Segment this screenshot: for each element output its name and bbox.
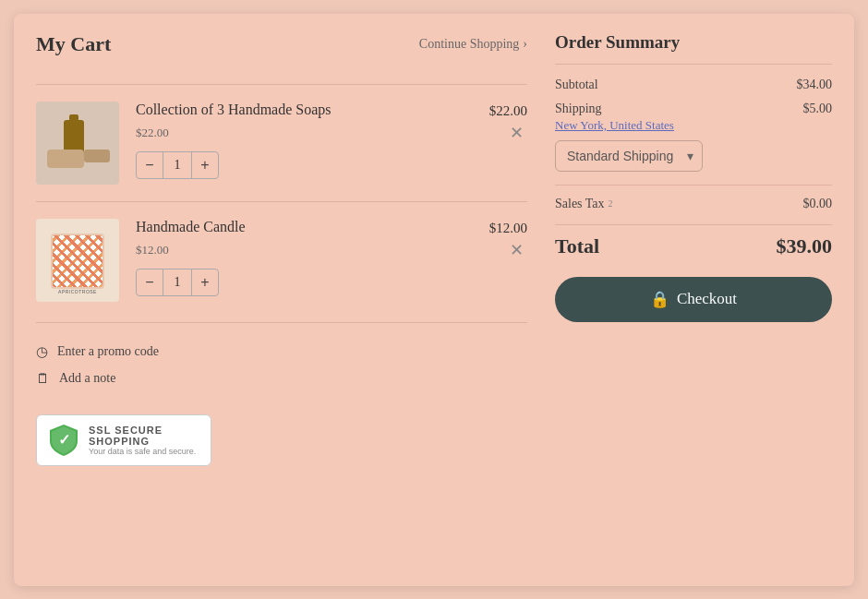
cart-title: My Cart xyxy=(36,32,111,56)
order-summary-title: Order Summary xyxy=(555,32,832,65)
shipping-label: Shipping xyxy=(555,102,602,116)
qty-control-candle: − 1 + xyxy=(136,269,219,296)
candle-pattern xyxy=(53,235,102,287)
cart-item-candle: APRICOTROSE Handmade Candle $12.00 − 1 +… xyxy=(36,201,527,318)
item-price-candle: $12.00 xyxy=(489,221,527,236)
item-right-candle: $12.00 ✕ xyxy=(489,219,527,262)
tax-label: Sales Tax 2 xyxy=(555,197,613,211)
subtotal-row: Subtotal $34.00 xyxy=(555,78,832,92)
promo-label: Enter a promo code xyxy=(57,344,159,359)
shipping-row: Shipping $5.00 New York, United States S… xyxy=(555,102,832,175)
checkout-lock-icon: 🔒 xyxy=(650,290,669,309)
remove-soaps-button[interactable]: ✕ xyxy=(506,121,527,145)
soap-bar-icon xyxy=(47,150,84,168)
total-label: Total xyxy=(555,234,599,258)
continue-shopping-link[interactable]: Continue Shopping › xyxy=(419,37,527,52)
right-panel: Order Summary Subtotal $34.00 Shipping $… xyxy=(555,32,832,558)
sales-tax-row: Sales Tax 2 $0.00 xyxy=(555,197,832,211)
promo-row[interactable]: ◷ Enter a promo code xyxy=(36,343,527,360)
svg-text:✓: ✓ xyxy=(58,432,70,448)
cart-container: My Cart Continue Shopping › Collection o… xyxy=(14,14,854,586)
remove-candle-button[interactable]: ✕ xyxy=(506,238,527,262)
cart-footer: ◷ Enter a promo code 🗒 Add a note ✓ SSL … xyxy=(36,322,527,466)
item-name-candle: Handmade Candle xyxy=(136,219,473,235)
soap-illustration xyxy=(36,102,119,185)
total-row: Total $39.00 xyxy=(555,224,832,258)
sales-tax-label: Sales Tax xyxy=(555,197,605,211)
ssl-text: SSL SECURE SHOPPING Your data is safe an… xyxy=(89,425,199,456)
cart-header: My Cart Continue Shopping › xyxy=(36,32,527,67)
checkout-label: Checkout xyxy=(677,290,737,308)
summary-divider xyxy=(555,185,832,186)
item-right-soaps: $22.00 ✕ xyxy=(489,102,527,145)
item-details-soaps: Collection of 3 Handmade Soaps $22.00 − … xyxy=(136,102,473,179)
ssl-shield-wrapper: ✓ xyxy=(48,423,79,458)
sales-tax-value: $0.00 xyxy=(803,197,833,211)
total-value: $39.00 xyxy=(777,234,833,258)
qty-control-soaps: − 1 + xyxy=(136,151,219,179)
shipping-value: $5.00 xyxy=(803,102,833,116)
shipping-location-text: New York, United States xyxy=(555,118,674,132)
note-label: Add a note xyxy=(59,371,115,386)
soap-small-icon xyxy=(84,150,110,162)
left-panel: My Cart Continue Shopping › Collection o… xyxy=(36,32,527,558)
ssl-subtitle: Your data is safe and secure. xyxy=(89,447,199,456)
continue-shopping-label: Continue Shopping xyxy=(419,37,520,52)
tax-superscript: 2 xyxy=(609,198,613,209)
item-details-candle: Handmade Candle $12.00 − 1 + xyxy=(136,219,473,296)
shipping-location-link[interactable]: New York, United States xyxy=(555,118,674,133)
shipping-top: Shipping $5.00 xyxy=(555,102,832,116)
ssl-badge: ✓ SSL SECURE SHOPPING Your data is safe … xyxy=(36,414,211,466)
qty-value-candle: 1 xyxy=(163,270,192,295)
item-price-sub-candle: $12.00 xyxy=(136,243,473,258)
promo-icon: ◷ xyxy=(36,343,48,360)
qty-decrease-candle[interactable]: − xyxy=(137,270,163,295)
note-icon: 🗒 xyxy=(36,371,50,387)
subtotal-label: Subtotal xyxy=(555,78,598,92)
qty-value-soaps: 1 xyxy=(163,152,192,178)
candle-illustration: APRICOTROSE xyxy=(36,219,119,302)
continue-arrow-icon: › xyxy=(523,37,527,52)
checkout-button[interactable]: 🔒 Checkout xyxy=(555,277,832,322)
qty-increase-candle[interactable]: + xyxy=(192,270,218,295)
shipping-select-wrapper: Standard Shipping Express Shipping Free … xyxy=(555,140,703,172)
qty-decrease-soaps[interactable]: − xyxy=(137,152,163,178)
qty-increase-soaps[interactable]: + xyxy=(192,152,218,178)
item-name-soaps: Collection of 3 Handmade Soaps xyxy=(136,102,473,118)
item-image-candle: APRICOTROSE xyxy=(36,219,119,302)
shipping-method-select[interactable]: Standard Shipping Express Shipping Free … xyxy=(555,140,703,172)
ssl-shield-icon: ✓ xyxy=(48,423,79,458)
item-price-sub-soaps: $22.00 xyxy=(136,126,473,140)
item-price-soaps: $22.00 xyxy=(489,103,527,119)
note-row[interactable]: 🗒 Add a note xyxy=(36,371,527,387)
candle-label-text: APRICOTROSE xyxy=(36,289,119,294)
ssl-title: SSL SECURE SHOPPING xyxy=(89,425,199,447)
candle-jar-icon xyxy=(51,234,104,289)
cart-item-soaps: Collection of 3 Handmade Soaps $22.00 − … xyxy=(36,84,527,201)
item-image-soaps xyxy=(36,102,119,185)
subtotal-value: $34.00 xyxy=(797,78,833,92)
